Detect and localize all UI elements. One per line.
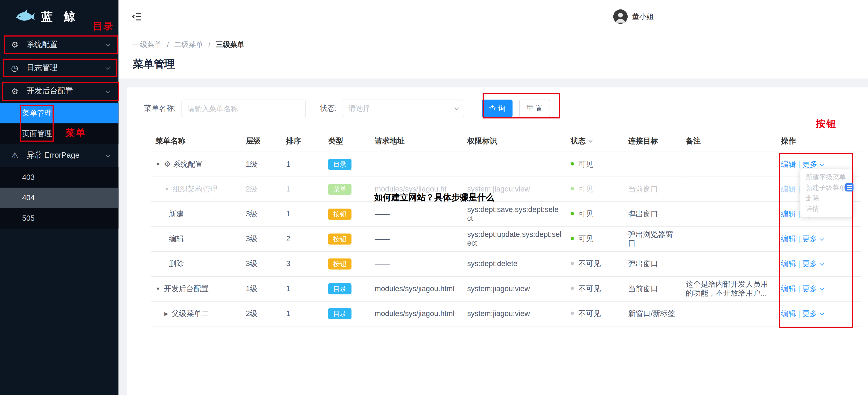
page-header: 一级菜单 / 二级菜单 / 三级菜单 菜单管理 — [118, 33, 868, 78]
expand-right-icon[interactable]: ▶ — [164, 311, 168, 316]
sidebar-item-log-management[interactable]: ◷ 日志管理 — [0, 56, 118, 80]
chevron-down-icon — [106, 65, 110, 69]
more-dropdown-menu: 新建平级菜单 新建子级菜单 删除 详情 — [800, 169, 852, 217]
sidebar-submenu-error: 403 404 505 — [0, 167, 118, 229]
chevron-down-icon — [819, 236, 824, 240]
sidebar-item-menu-management[interactable]: 菜单管理 — [0, 103, 118, 123]
brand-name: 蓝 鲸 — [41, 9, 79, 24]
table-row: 编辑 3级 2 按钮 —— sys:dept:update,sys:dept:s… — [151, 226, 861, 251]
breadcrumb-level2[interactable]: 二级菜单 — [174, 40, 203, 48]
edit-link[interactable]: 编辑 — [781, 160, 796, 168]
gears-icon: ⚙ — [11, 86, 24, 96]
gear-icon: ⚙ — [11, 40, 24, 50]
overlay-question-text: 如何建立网站？具体步骤是什么 — [374, 192, 494, 203]
status-dot — [571, 262, 574, 265]
chevron-down-icon — [106, 153, 110, 157]
more-link[interactable]: 更多 — [802, 259, 817, 267]
menu-name-label: 菜单名称: — [144, 104, 176, 113]
topbar: 董小姐 — [118, 0, 868, 33]
sidebar: 蓝 鲸 ⚙ 系统配置 ◷ 日志管理 ⚙ 开发后台配置 菜单管理 页面管理 ⚠ — [0, 0, 118, 395]
type-badge: 按钮 — [328, 208, 351, 219]
status-dot — [571, 311, 574, 315]
table-row: ▼组织架构管理 2级 1 菜单 modules/sys/jiagou.ht sy… — [151, 176, 861, 201]
avatar — [613, 9, 628, 24]
edit-link[interactable]: 编辑 — [781, 309, 796, 318]
more-link[interactable]: 更多 — [802, 284, 817, 292]
chevron-down-icon — [106, 42, 110, 46]
edit-link[interactable]: 编辑 — [781, 185, 796, 193]
menu-item-new-child-menu[interactable]: 新建子级菜单 — [800, 183, 852, 193]
menu-item-delete[interactable]: 删除 — [800, 193, 852, 204]
status-label: 状态: — [320, 104, 337, 113]
menu-fold-icon[interactable] — [132, 12, 142, 23]
edit-link[interactable]: 编辑 — [781, 209, 796, 218]
table-header-row: 菜单名称 层级 排序 类型 请求地址 权限标识 状态 连接目标 备注 操作 — [151, 131, 861, 152]
edit-link[interactable]: 编辑 — [781, 284, 796, 292]
type-badge: 目录 — [328, 283, 351, 294]
type-badge: 按钮 — [328, 258, 351, 269]
table-row: 删除 3级 3 按钮 —— sys:dept:delete 不可见 弹出窗口 编… — [151, 251, 861, 276]
query-button[interactable]: 查 询 — [482, 100, 513, 118]
chevron-down-icon — [819, 310, 824, 315]
status-dot — [571, 212, 574, 215]
filter-funnel-icon[interactable] — [588, 140, 593, 143]
sidebar-item-error-page[interactable]: ⚠ 异常 ErrorPage — [0, 144, 118, 167]
sidebar-item-dev-backend-config[interactable]: ⚙ 开发后台配置 — [0, 80, 118, 103]
more-link[interactable]: 更多 — [802, 309, 817, 318]
menu-item-detail[interactable]: 详情 — [800, 204, 852, 214]
sidebar-item-system-config[interactable]: ⚙ 系统配置 — [0, 33, 118, 56]
app-window: 蓝 鲸 ⚙ 系统配置 ◷ 日志管理 ⚙ 开发后台配置 菜单管理 页面管理 ⚠ — [0, 0, 868, 395]
status-select[interactable]: 请选择 — [342, 100, 464, 118]
annotation-label-button: 按钮 — [816, 118, 837, 130]
expand-down-icon[interactable]: ▼ — [156, 286, 160, 291]
list-icon[interactable] — [845, 183, 854, 192]
table-row: 新建 3级 1 按钮 —— sys:dept:save,sys:dept:sel… — [151, 201, 861, 226]
expand-down-icon[interactable]: ▼ — [164, 186, 169, 192]
sidebar-submenu-dev: 菜单管理 页面管理 — [0, 103, 118, 144]
status-dot — [571, 286, 574, 290]
username: 董小姐 — [632, 11, 654, 22]
breadcrumb-level1[interactable]: 一级菜单 — [133, 40, 162, 48]
whale-logo-icon — [14, 9, 35, 24]
warning-icon: ⚠ — [11, 151, 24, 160]
content: 菜单名称: 状态: 请选择 查 询 重 置 — [118, 78, 868, 395]
chevron-down-icon — [819, 161, 824, 166]
sidebar-item-404[interactable]: 404 — [0, 188, 118, 208]
table-row: ▼开发后台配置 1级 1 目录 modules/sys/jiagou.html … — [151, 276, 861, 301]
type-badge: 按钮 — [328, 233, 351, 244]
gauge-icon: ◷ — [11, 63, 24, 73]
menu-table: 菜单名称 层级 排序 类型 请求地址 权限标识 状态 连接目标 备注 操作 — [151, 131, 861, 326]
more-link[interactable]: 更多 — [802, 160, 817, 168]
chevron-down-icon — [106, 88, 110, 93]
sidebar-item-505[interactable]: 505 — [0, 208, 118, 229]
filter-bar: 菜单名称: 状态: 请选择 查 询 重 置 — [127, 88, 868, 118]
table-row: ▶父级菜单二 2级 1 目录 modules/sys/jiagou.html s… — [151, 301, 861, 326]
user-menu[interactable]: 董小姐 — [613, 9, 654, 24]
menu-item-new-sibling-menu[interactable]: 新建平级菜单 — [800, 172, 852, 183]
breadcrumb: 一级菜单 / 二级菜单 / 三级菜单 — [133, 40, 868, 50]
sidebar-item-403[interactable]: 403 — [0, 167, 118, 188]
chevron-down-icon — [819, 286, 824, 290]
status-dot — [571, 162, 574, 165]
card: 菜单名称: 状态: 请选择 查 询 重 置 — [127, 88, 868, 395]
edit-link[interactable]: 编辑 — [781, 259, 796, 267]
table-row: ▼⚙系统配置 1级 1 目录 可见 编辑|更多 — [151, 152, 861, 176]
annotation-label-directory: 目录 — [93, 20, 114, 33]
page-title: 菜单管理 — [133, 59, 868, 70]
chevron-down-icon — [819, 261, 824, 265]
annotation-label-menu: 菜单 — [65, 127, 86, 139]
breadcrumb-level3: 三级菜单 — [216, 40, 245, 48]
type-badge: 目录 — [328, 159, 351, 170]
more-link[interactable]: 更多 — [802, 234, 817, 242]
status-dot — [571, 237, 574, 240]
expand-down-icon[interactable]: ▼ — [156, 162, 160, 167]
sidebar-item-page-management[interactable]: 页面管理 — [0, 123, 118, 144]
status-dot — [571, 187, 574, 190]
gear-icon: ⚙ — [164, 159, 170, 168]
reset-button[interactable]: 重 置 — [519, 100, 550, 118]
chevron-down-icon — [454, 105, 459, 110]
type-badge: 菜单 — [328, 184, 351, 195]
edit-link[interactable]: 编辑 — [781, 234, 796, 242]
menu-name-input[interactable] — [181, 100, 305, 118]
type-badge: 目录 — [328, 308, 351, 319]
